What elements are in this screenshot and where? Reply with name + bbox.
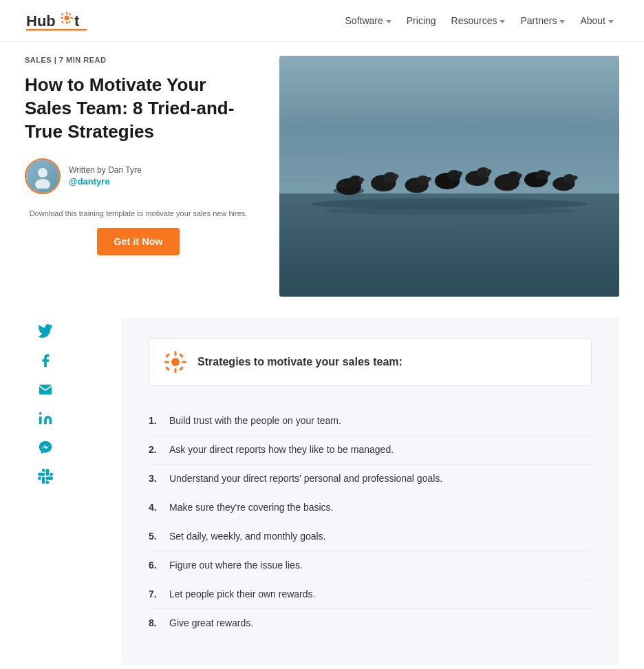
category-tag: SALES | 7 MIN READ bbox=[25, 56, 252, 64]
bottom-section: Strategies to motivate your sales team: … bbox=[0, 317, 644, 665]
svg-rect-51 bbox=[175, 368, 177, 373]
svg-rect-2 bbox=[66, 12, 67, 14]
nav-link-software[interactable]: Software bbox=[340, 11, 397, 30]
author-name: Written by Dan Tyre bbox=[69, 165, 142, 175]
item-text: Understand your direct reports' personal… bbox=[169, 471, 442, 486]
item-number: 2. bbox=[149, 443, 162, 457]
avatar-image bbox=[26, 160, 59, 193]
item-text: Figure out where the issue lies. bbox=[169, 558, 303, 573]
chevron-down-icon bbox=[608, 20, 614, 23]
item-number: 3. bbox=[149, 471, 162, 486]
svg-rect-50 bbox=[175, 351, 177, 356]
nav-item-resources[interactable]: Resources bbox=[446, 11, 511, 30]
svg-point-1 bbox=[65, 16, 69, 21]
hero-image-container bbox=[279, 56, 619, 297]
cta-button[interactable]: Get it Now bbox=[97, 228, 179, 255]
article-title: How to Motivate Your Sales Team: 8 Tried… bbox=[25, 74, 252, 143]
list-item: 1.Build trust with the people on your te… bbox=[149, 407, 592, 436]
svg-rect-52 bbox=[164, 361, 169, 363]
svg-rect-8 bbox=[61, 21, 64, 23]
list-item: 7.Let people pick their own rewards. bbox=[149, 580, 592, 609]
svg-rect-53 bbox=[182, 361, 186, 363]
author-handle[interactable]: @dantyre bbox=[69, 176, 110, 187]
nav-item-pricing[interactable]: Pricing bbox=[401, 11, 442, 30]
svg-rect-55 bbox=[179, 353, 184, 358]
hero-image bbox=[279, 56, 619, 297]
svg-rect-57 bbox=[179, 366, 184, 371]
author-block: Written by Dan Tyre @dantyre bbox=[25, 158, 252, 194]
list-item: 3.Understand your direct reports' person… bbox=[149, 465, 592, 493]
avatar bbox=[25, 158, 61, 194]
hero-section: SALES | 7 MIN READ How to Motivate Your … bbox=[0, 56, 644, 297]
svg-point-36 bbox=[486, 169, 491, 173]
item-text: Ask your direct reports how they like to… bbox=[169, 443, 394, 457]
strategies-header: Strategies to motivate your sales team: bbox=[149, 338, 592, 386]
nav-link-pricing[interactable]: Pricing bbox=[401, 11, 442, 30]
item-number: 8. bbox=[149, 616, 162, 630]
item-number: 7. bbox=[149, 587, 162, 602]
svg-rect-54 bbox=[165, 353, 170, 358]
facebook-icon[interactable] bbox=[38, 353, 53, 368]
svg-point-24 bbox=[334, 187, 364, 194]
svg-text:t: t bbox=[74, 12, 80, 30]
svg-point-47 bbox=[325, 206, 575, 215]
strategies-list: 1.Build trust with the people on your te… bbox=[149, 407, 592, 637]
svg-point-48 bbox=[39, 412, 42, 415]
svg-point-27 bbox=[393, 174, 398, 178]
svg-rect-3 bbox=[66, 21, 67, 24]
item-text: Let people pick their own rewards. bbox=[169, 587, 315, 602]
social-sidebar bbox=[25, 317, 66, 665]
chevron-down-icon bbox=[500, 20, 505, 23]
email-icon[interactable] bbox=[38, 382, 53, 397]
cta-description: Download this training template to motiv… bbox=[25, 208, 252, 220]
list-item: 2.Ask your direct reports how they like … bbox=[149, 436, 592, 465]
svg-point-49 bbox=[171, 358, 180, 366]
strategies-content-box: Strategies to motivate your sales team: … bbox=[121, 317, 619, 665]
list-item: 6.Figure out where the issue lies. bbox=[149, 551, 592, 580]
item-number: 6. bbox=[149, 558, 162, 573]
svg-rect-11 bbox=[26, 29, 87, 31]
list-item: 5.Set daily, weekly, and monthly goals. bbox=[149, 522, 592, 551]
nav-link-partners[interactable]: Partners bbox=[515, 11, 570, 30]
nav-links: Software Pricing Resources Partners Abou… bbox=[340, 11, 619, 30]
logo[interactable]: Hub t bbox=[25, 8, 100, 33]
chevron-down-icon bbox=[386, 20, 391, 23]
nav-link-about[interactable]: About bbox=[575, 11, 619, 30]
svg-point-12 bbox=[38, 168, 47, 178]
list-item: 8.Give great rewards. bbox=[149, 609, 592, 637]
article-intro: SALES | 7 MIN READ How to Motivate Your … bbox=[25, 56, 252, 297]
item-text: Give great rewards. bbox=[169, 616, 253, 630]
list-item: 4.Make sure they're covering the basics. bbox=[149, 493, 592, 522]
svg-rect-56 bbox=[165, 366, 170, 371]
svg-point-23 bbox=[358, 178, 364, 182]
nav-item-about[interactable]: About bbox=[575, 11, 619, 30]
strategies-title: Strategies to motivate your sales team: bbox=[197, 356, 402, 368]
item-number: 1. bbox=[149, 414, 162, 428]
svg-point-30 bbox=[426, 177, 431, 181]
chevron-down-icon bbox=[559, 20, 565, 23]
item-text: Build trust with the people on your team… bbox=[169, 414, 341, 428]
svg-rect-5 bbox=[70, 17, 73, 19]
svg-rect-6 bbox=[61, 13, 63, 16]
svg-point-33 bbox=[457, 171, 462, 176]
nav-item-partners[interactable]: Partners bbox=[515, 11, 570, 30]
svg-point-45 bbox=[572, 176, 577, 180]
item-text: Make sure they're covering the basics. bbox=[169, 500, 333, 515]
svg-point-13 bbox=[35, 179, 50, 189]
svg-rect-7 bbox=[69, 13, 72, 16]
slack-icon[interactable] bbox=[38, 469, 53, 484]
navigation: Hub t Software bbox=[0, 0, 644, 42]
item-number: 5. bbox=[149, 529, 162, 544]
cta-block: Download this training template to motiv… bbox=[25, 208, 252, 255]
author-info: Written by Dan Tyre @dantyre bbox=[69, 165, 142, 187]
item-text: Set daily, weekly, and monthly goals. bbox=[169, 529, 326, 544]
hubspot-sprocket-icon bbox=[163, 350, 188, 374]
twitter-icon[interactable] bbox=[38, 324, 53, 339]
nav-link-resources[interactable]: Resources bbox=[446, 11, 511, 30]
svg-point-39 bbox=[517, 173, 522, 178]
svg-rect-9 bbox=[68, 21, 71, 23]
messenger-icon[interactable] bbox=[38, 440, 53, 455]
svg-point-42 bbox=[545, 171, 550, 176]
linkedin-icon[interactable] bbox=[38, 411, 53, 426]
nav-item-software[interactable]: Software bbox=[340, 11, 397, 30]
